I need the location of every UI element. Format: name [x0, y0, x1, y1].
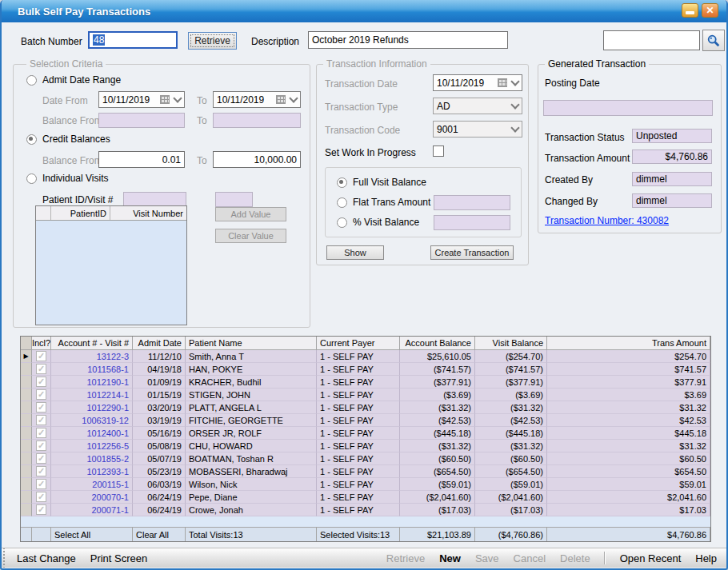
credit-balance-to-input[interactable]: 10,000.00	[213, 151, 301, 168]
account-visit-link[interactable]: 200070-1	[51, 491, 133, 504]
visit-balance-column-header[interactable]: Visit Balance	[475, 337, 547, 350]
admit-date-column-header[interactable]: Admit Date	[133, 337, 186, 350]
set-wip-checkbox[interactable]	[433, 145, 444, 157]
table-row[interactable]: ✓ 200071-1 06/24/19 Crowe, Jonah 1 - SEL…	[21, 504, 710, 516]
description-input[interactable]: October 2019 Refunds	[308, 31, 508, 49]
account-balance-column-header[interactable]: Account Balance	[400, 337, 475, 350]
incl-cell[interactable]: ✓	[32, 427, 51, 440]
incl-cell[interactable]: ✓	[32, 414, 51, 427]
grid-visitnumber-header[interactable]: Visit Number	[110, 206, 186, 220]
table-row[interactable]: ✓ 1006319-12 03/19/19 FITCHIE, GEORGETTE…	[21, 414, 710, 427]
statusbar-print-screen[interactable]: Print Screen	[90, 552, 148, 564]
table-row[interactable]: ▶ ✓ 13122-3 11/12/10 Smith, Anna T 1 - S…	[21, 350, 710, 363]
close-button[interactable]: ✕	[702, 3, 718, 18]
create-transaction-button[interactable]: Create Transaction	[430, 245, 514, 260]
grid-patientid-header[interactable]: PatientID	[51, 206, 110, 220]
account-visit-link[interactable]: 1011568-1	[51, 363, 133, 376]
row-selector-cell[interactable]	[21, 452, 32, 465]
credit-balance-from-input[interactable]: 0.01	[98, 151, 185, 168]
account-visit-link[interactable]: 1006319-12	[51, 414, 133, 427]
incl-cell[interactable]: ✓	[32, 350, 51, 363]
table-row[interactable]: ✓ 1012290-1 03/20/19 PLATT, ANGELA L 1 -…	[21, 401, 710, 414]
account-visit-link[interactable]: 200115-1	[51, 478, 133, 491]
date-from-field[interactable]: 10/11/2019	[98, 91, 185, 108]
row-selector-cell[interactable]	[21, 376, 32, 389]
table-row[interactable]: ✓ 1012256-5 05/08/19 CHU, HOWARD 1 - SEL…	[21, 440, 710, 452]
row-selector-cell[interactable]	[21, 478, 32, 491]
row-selector-cell[interactable]	[21, 465, 32, 478]
incl-column-header[interactable]: Incl?	[32, 337, 51, 350]
row-selector-cell[interactable]	[21, 414, 32, 427]
select-all-button[interactable]: Select All	[51, 528, 133, 541]
show-button[interactable]: Show	[326, 245, 384, 260]
row-selector-cell[interactable]	[21, 363, 32, 376]
table-row[interactable]: ✓ 1011568-1 04/19/18 HAN, POKYE 1 - SELF…	[21, 363, 710, 376]
date-to-field[interactable]: 10/11/2019	[213, 91, 301, 108]
account-visit-link[interactable]: 1012290-1	[51, 401, 133, 414]
action-help[interactable]: Help	[695, 552, 717, 564]
incl-cell[interactable]: ✓	[32, 389, 51, 401]
action-new[interactable]: New	[439, 552, 461, 564]
credit-balances-radio[interactable]	[26, 134, 37, 145]
table-row[interactable]: ✓ 200070-1 06/24/19 Pepe, Diane 1 - SELF…	[21, 491, 710, 504]
action-open-recent[interactable]: Open Recent	[620, 552, 682, 564]
row-selector-cell[interactable]	[21, 440, 32, 452]
results-table[interactable]: Incl? Account # - Visit # Admit Date Pat…	[20, 336, 711, 542]
account-visit-link[interactable]: 1012214-1	[51, 389, 133, 401]
account-visit-link[interactable]: 1012256-5	[51, 440, 133, 452]
table-row[interactable]: ✓ 1012400-1 05/16/19 ORSER JR, ROLF 1 - …	[21, 427, 710, 440]
transaction-date-field[interactable]: 10/11/2019	[433, 74, 522, 91]
incl-cell[interactable]: ✓	[32, 452, 51, 465]
patient-name-column-header[interactable]: Patient Name	[186, 337, 317, 350]
pct-visit-balance-radio[interactable]	[337, 217, 347, 228]
account-column-header[interactable]: Account # - Visit #	[51, 337, 133, 350]
account-visit-link[interactable]: 1012190-1	[51, 376, 133, 389]
incl-cell[interactable]: ✓	[32, 376, 51, 389]
account-visit-link[interactable]: 13122-3	[51, 350, 133, 363]
row-selector-cell[interactable]	[21, 504, 32, 516]
retrieve-button[interactable]: Retrieve	[188, 32, 237, 50]
clear-value-button[interactable]: Clear Value	[215, 229, 286, 243]
admit-date-cell: 11/12/10	[133, 350, 186, 363]
trans-amount-column-header[interactable]: Trans Amount	[547, 337, 710, 350]
statusbar-last-change[interactable]: Last Change	[17, 552, 76, 564]
table-row[interactable]: ✓ 1001855-2 05/07/19 BOATMAN, Toshan R 1…	[21, 452, 710, 465]
transaction-amount-field: $4,760.86	[632, 149, 712, 164]
add-value-button[interactable]: Add Value	[215, 207, 286, 221]
row-selector-cell[interactable]: ▶	[21, 350, 32, 363]
minimize-button[interactable]	[682, 3, 698, 18]
incl-cell[interactable]: ✓	[32, 363, 51, 376]
account-visit-link[interactable]: 1012393-1	[51, 465, 133, 478]
row-selector-cell[interactable]	[21, 427, 32, 440]
transaction-code-combo[interactable]: 9001	[433, 121, 522, 138]
search-input[interactable]	[603, 30, 700, 50]
incl-cell[interactable]: ✓	[32, 440, 51, 452]
table-row[interactable]: ✓ 200115-1 06/03/19 Wilson, Nick 1 - SEL…	[21, 478, 710, 491]
patient-visit-grid[interactable]: PatientID Visit Number	[35, 205, 187, 325]
incl-cell[interactable]: ✓	[32, 465, 51, 478]
incl-cell[interactable]: ✓	[32, 491, 51, 504]
incl-cell[interactable]: ✓	[32, 504, 51, 516]
current-payer-column-header[interactable]: Current Payer	[317, 337, 400, 350]
search-button[interactable]	[702, 30, 725, 51]
row-selector-cell[interactable]	[21, 389, 32, 401]
titlebar[interactable]: Bulk Self Pay Transactions ✕	[0, 0, 728, 22]
account-visit-link[interactable]: 1012400-1	[51, 427, 133, 440]
admit-date-range-radio[interactable]	[26, 75, 37, 86]
account-visit-link[interactable]: 1001855-2	[51, 452, 133, 465]
incl-cell[interactable]: ✓	[32, 401, 51, 414]
clear-all-button[interactable]: Clear All	[133, 528, 186, 541]
incl-cell[interactable]: ✓	[32, 478, 51, 491]
transaction-number-link[interactable]: Transaction Number: 430082	[545, 215, 669, 226]
row-selector-cell[interactable]	[21, 491, 32, 504]
table-row[interactable]: ✓ 1012214-1 01/15/19 STIGEN, JOHN 1 - SE…	[21, 389, 710, 401]
transaction-type-combo[interactable]: AD	[433, 98, 522, 114]
full-visit-balance-radio[interactable]	[337, 177, 347, 188]
table-row[interactable]: ✓ 1012393-1 05/23/19 MOBASSERI, Bharadwa…	[21, 465, 710, 478]
account-visit-link[interactable]: 200071-1	[51, 504, 133, 516]
individual-visits-radio[interactable]	[26, 173, 37, 184]
table-row[interactable]: ✓ 1012190-1 01/09/19 KRACHER, Budhil 1 -…	[21, 376, 710, 389]
row-selector-cell[interactable]	[21, 401, 32, 414]
batch-number-input[interactable]: 48	[88, 31, 178, 49]
flat-trans-amount-radio[interactable]	[337, 197, 347, 208]
